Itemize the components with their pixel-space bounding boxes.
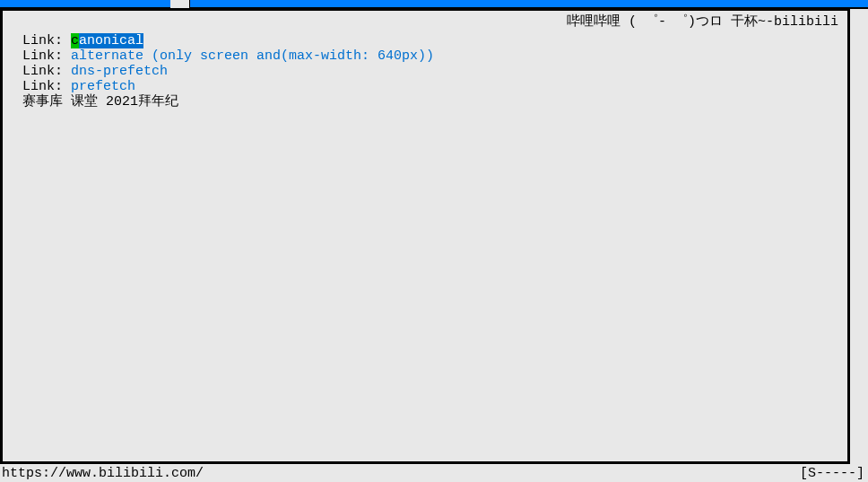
status-url: https://www.bilibili.com/ [2,466,204,481]
status-flags: [S-----] [800,466,864,481]
page-title: 哔哩哔哩 ( ゜- ゜)つロ 干杯~-bilibili [3,11,847,30]
page-body: Link: canonical Link: alternate (only sc… [3,30,847,113]
link-prefetch[interactable]: prefetch [71,79,135,94]
link-alternate[interactable]: alternate (only screen and(max-width: 64… [71,48,434,64]
link-label: Link: [22,48,71,64]
link-dns-prefetch[interactable]: dns-prefetch [71,64,168,79]
browser-window: 哔哩哔哩 ( ゜- ゜)つロ 干杯~-bilibili Link: canoni… [0,0,868,482]
status-bar: https://www.bilibili.com/ [S-----] [0,464,868,482]
titlebar [0,0,868,9]
link-label: Link: [22,33,71,48]
cursor: c [71,33,79,48]
tab-1[interactable] [170,0,190,9]
link-text: anonical [79,33,143,48]
vertical-scrollbar[interactable] [850,9,865,461]
link-canonical[interactable]: canonical [71,33,143,48]
tab-strip [170,0,190,9]
body-text: 赛事库 课堂 2021拜年纪 [22,94,178,110]
content-frame: 哔哩哔哩 ( ゜- ゜)つロ 干杯~-bilibili Link: canoni… [0,9,850,464]
link-label: Link: [22,64,71,79]
link-label: Link: [22,79,71,94]
